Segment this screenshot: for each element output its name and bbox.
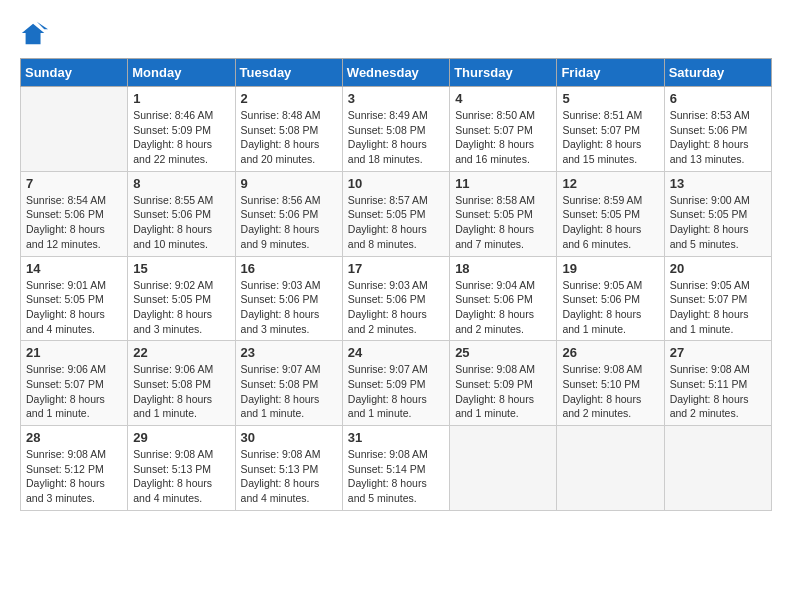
day-info: Sunrise: 8:59 AMSunset: 5:05 PMDaylight:… bbox=[562, 193, 658, 252]
header-day: Monday bbox=[128, 59, 235, 87]
day-number: 8 bbox=[133, 176, 229, 191]
calendar-cell bbox=[21, 87, 128, 172]
day-info: Sunrise: 9:02 AMSunset: 5:05 PMDaylight:… bbox=[133, 278, 229, 337]
calendar-cell bbox=[450, 426, 557, 511]
day-number: 21 bbox=[26, 345, 122, 360]
calendar-cell: 2Sunrise: 8:48 AMSunset: 5:08 PMDaylight… bbox=[235, 87, 342, 172]
day-info: Sunrise: 9:08 AMSunset: 5:10 PMDaylight:… bbox=[562, 362, 658, 421]
calendar-cell: 10Sunrise: 8:57 AMSunset: 5:05 PMDayligh… bbox=[342, 171, 449, 256]
day-number: 30 bbox=[241, 430, 337, 445]
calendar-cell: 29Sunrise: 9:08 AMSunset: 5:13 PMDayligh… bbox=[128, 426, 235, 511]
day-info: Sunrise: 8:58 AMSunset: 5:05 PMDaylight:… bbox=[455, 193, 551, 252]
day-info: Sunrise: 8:51 AMSunset: 5:07 PMDaylight:… bbox=[562, 108, 658, 167]
day-number: 3 bbox=[348, 91, 444, 106]
calendar-cell: 21Sunrise: 9:06 AMSunset: 5:07 PMDayligh… bbox=[21, 341, 128, 426]
day-number: 2 bbox=[241, 91, 337, 106]
day-info: Sunrise: 8:50 AMSunset: 5:07 PMDaylight:… bbox=[455, 108, 551, 167]
header-day: Wednesday bbox=[342, 59, 449, 87]
day-info: Sunrise: 9:01 AMSunset: 5:05 PMDaylight:… bbox=[26, 278, 122, 337]
calendar-week-row: 28Sunrise: 9:08 AMSunset: 5:12 PMDayligh… bbox=[21, 426, 772, 511]
calendar-cell: 19Sunrise: 9:05 AMSunset: 5:06 PMDayligh… bbox=[557, 256, 664, 341]
header-day: Saturday bbox=[664, 59, 771, 87]
calendar-cell: 1Sunrise: 8:46 AMSunset: 5:09 PMDaylight… bbox=[128, 87, 235, 172]
calendar-cell: 4Sunrise: 8:50 AMSunset: 5:07 PMDaylight… bbox=[450, 87, 557, 172]
calendar-cell: 3Sunrise: 8:49 AMSunset: 5:08 PMDaylight… bbox=[342, 87, 449, 172]
day-number: 18 bbox=[455, 261, 551, 276]
day-number: 29 bbox=[133, 430, 229, 445]
day-info: Sunrise: 9:03 AMSunset: 5:06 PMDaylight:… bbox=[348, 278, 444, 337]
day-number: 1 bbox=[133, 91, 229, 106]
calendar-cell: 11Sunrise: 8:58 AMSunset: 5:05 PMDayligh… bbox=[450, 171, 557, 256]
day-number: 11 bbox=[455, 176, 551, 191]
calendar-week-row: 7Sunrise: 8:54 AMSunset: 5:06 PMDaylight… bbox=[21, 171, 772, 256]
calendar-cell: 26Sunrise: 9:08 AMSunset: 5:10 PMDayligh… bbox=[557, 341, 664, 426]
calendar-cell bbox=[557, 426, 664, 511]
day-info: Sunrise: 9:05 AMSunset: 5:06 PMDaylight:… bbox=[562, 278, 658, 337]
calendar-cell: 31Sunrise: 9:08 AMSunset: 5:14 PMDayligh… bbox=[342, 426, 449, 511]
calendar-cell: 17Sunrise: 9:03 AMSunset: 5:06 PMDayligh… bbox=[342, 256, 449, 341]
day-number: 7 bbox=[26, 176, 122, 191]
day-info: Sunrise: 8:57 AMSunset: 5:05 PMDaylight:… bbox=[348, 193, 444, 252]
calendar-cell: 13Sunrise: 9:00 AMSunset: 5:05 PMDayligh… bbox=[664, 171, 771, 256]
day-info: Sunrise: 9:07 AMSunset: 5:09 PMDaylight:… bbox=[348, 362, 444, 421]
calendar-cell: 18Sunrise: 9:04 AMSunset: 5:06 PMDayligh… bbox=[450, 256, 557, 341]
day-number: 22 bbox=[133, 345, 229, 360]
calendar-week-row: 1Sunrise: 8:46 AMSunset: 5:09 PMDaylight… bbox=[21, 87, 772, 172]
calendar-cell: 8Sunrise: 8:55 AMSunset: 5:06 PMDaylight… bbox=[128, 171, 235, 256]
calendar-cell: 6Sunrise: 8:53 AMSunset: 5:06 PMDaylight… bbox=[664, 87, 771, 172]
day-info: Sunrise: 8:49 AMSunset: 5:08 PMDaylight:… bbox=[348, 108, 444, 167]
header-day: Thursday bbox=[450, 59, 557, 87]
day-info: Sunrise: 9:03 AMSunset: 5:06 PMDaylight:… bbox=[241, 278, 337, 337]
calendar-table: SundayMondayTuesdayWednesdayThursdayFrid… bbox=[20, 58, 772, 511]
day-number: 6 bbox=[670, 91, 766, 106]
calendar-week-row: 21Sunrise: 9:06 AMSunset: 5:07 PMDayligh… bbox=[21, 341, 772, 426]
day-number: 14 bbox=[26, 261, 122, 276]
calendar-cell bbox=[664, 426, 771, 511]
day-number: 9 bbox=[241, 176, 337, 191]
day-info: Sunrise: 9:06 AMSunset: 5:08 PMDaylight:… bbox=[133, 362, 229, 421]
day-info: Sunrise: 9:08 AMSunset: 5:13 PMDaylight:… bbox=[133, 447, 229, 506]
day-number: 26 bbox=[562, 345, 658, 360]
calendar-cell: 9Sunrise: 8:56 AMSunset: 5:06 PMDaylight… bbox=[235, 171, 342, 256]
calendar-cell: 20Sunrise: 9:05 AMSunset: 5:07 PMDayligh… bbox=[664, 256, 771, 341]
day-info: Sunrise: 9:08 AMSunset: 5:13 PMDaylight:… bbox=[241, 447, 337, 506]
calendar-cell: 12Sunrise: 8:59 AMSunset: 5:05 PMDayligh… bbox=[557, 171, 664, 256]
page-header bbox=[20, 20, 772, 48]
day-number: 19 bbox=[562, 261, 658, 276]
calendar-cell: 23Sunrise: 9:07 AMSunset: 5:08 PMDayligh… bbox=[235, 341, 342, 426]
day-info: Sunrise: 9:00 AMSunset: 5:05 PMDaylight:… bbox=[670, 193, 766, 252]
day-info: Sunrise: 9:08 AMSunset: 5:11 PMDaylight:… bbox=[670, 362, 766, 421]
header-row: SundayMondayTuesdayWednesdayThursdayFrid… bbox=[21, 59, 772, 87]
day-number: 13 bbox=[670, 176, 766, 191]
logo-icon bbox=[20, 20, 48, 48]
calendar-cell: 15Sunrise: 9:02 AMSunset: 5:05 PMDayligh… bbox=[128, 256, 235, 341]
header-day: Sunday bbox=[21, 59, 128, 87]
day-info: Sunrise: 8:56 AMSunset: 5:06 PMDaylight:… bbox=[241, 193, 337, 252]
logo bbox=[20, 20, 50, 48]
day-info: Sunrise: 9:05 AMSunset: 5:07 PMDaylight:… bbox=[670, 278, 766, 337]
day-info: Sunrise: 9:08 AMSunset: 5:09 PMDaylight:… bbox=[455, 362, 551, 421]
day-info: Sunrise: 9:07 AMSunset: 5:08 PMDaylight:… bbox=[241, 362, 337, 421]
day-number: 31 bbox=[348, 430, 444, 445]
calendar-cell: 25Sunrise: 9:08 AMSunset: 5:09 PMDayligh… bbox=[450, 341, 557, 426]
header-day: Tuesday bbox=[235, 59, 342, 87]
calendar-cell: 7Sunrise: 8:54 AMSunset: 5:06 PMDaylight… bbox=[21, 171, 128, 256]
calendar-cell: 27Sunrise: 9:08 AMSunset: 5:11 PMDayligh… bbox=[664, 341, 771, 426]
day-number: 24 bbox=[348, 345, 444, 360]
day-info: Sunrise: 9:06 AMSunset: 5:07 PMDaylight:… bbox=[26, 362, 122, 421]
day-info: Sunrise: 8:53 AMSunset: 5:06 PMDaylight:… bbox=[670, 108, 766, 167]
day-number: 5 bbox=[562, 91, 658, 106]
calendar-cell: 16Sunrise: 9:03 AMSunset: 5:06 PMDayligh… bbox=[235, 256, 342, 341]
day-number: 23 bbox=[241, 345, 337, 360]
day-info: Sunrise: 9:04 AMSunset: 5:06 PMDaylight:… bbox=[455, 278, 551, 337]
day-number: 28 bbox=[26, 430, 122, 445]
day-info: Sunrise: 9:08 AMSunset: 5:14 PMDaylight:… bbox=[348, 447, 444, 506]
day-info: Sunrise: 9:08 AMSunset: 5:12 PMDaylight:… bbox=[26, 447, 122, 506]
calendar-cell: 24Sunrise: 9:07 AMSunset: 5:09 PMDayligh… bbox=[342, 341, 449, 426]
calendar-header: SundayMondayTuesdayWednesdayThursdayFrid… bbox=[21, 59, 772, 87]
day-info: Sunrise: 8:54 AMSunset: 5:06 PMDaylight:… bbox=[26, 193, 122, 252]
calendar-cell: 5Sunrise: 8:51 AMSunset: 5:07 PMDaylight… bbox=[557, 87, 664, 172]
day-number: 17 bbox=[348, 261, 444, 276]
day-number: 10 bbox=[348, 176, 444, 191]
calendar-week-row: 14Sunrise: 9:01 AMSunset: 5:05 PMDayligh… bbox=[21, 256, 772, 341]
